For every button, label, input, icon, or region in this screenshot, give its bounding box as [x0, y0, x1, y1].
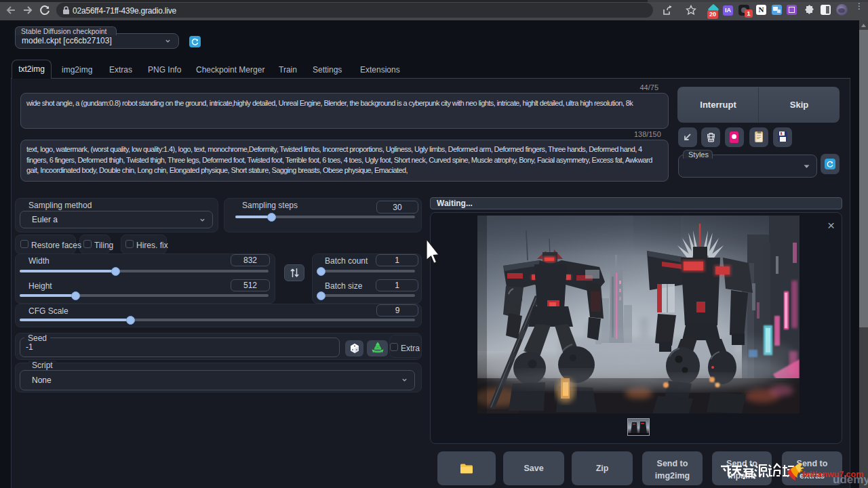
svg-text:feitianwu7.com: feitianwu7.com — [802, 470, 863, 479]
